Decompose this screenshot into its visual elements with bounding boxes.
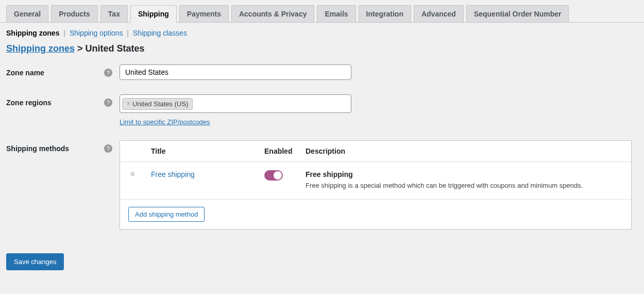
header-enabled: Enabled [264,147,306,155]
shipping-subnav: Shipping zones | Shipping options | Ship… [0,23,644,43]
breadcrumb-separator: > [77,43,83,54]
breadcrumb-current: United States [86,43,145,54]
tab-tax[interactable]: Tax [100,5,128,22]
shipping-methods-table: Title Enabled Description ≡ Free shippin… [120,140,632,230]
subnav-zones[interactable]: Shipping zones [6,29,59,37]
subnav-options[interactable]: Shipping options [70,29,123,37]
tab-advanced[interactable]: Advanced [414,5,464,22]
zone-name-input[interactable] [120,64,351,80]
close-icon[interactable]: × [127,100,130,107]
header-description: Description [306,147,621,155]
tab-payments[interactable]: Payments [179,5,229,22]
tab-integration[interactable]: Integration [359,5,411,22]
separator: | [63,29,67,37]
region-tag-label: United States (US) [132,100,188,108]
table-header: Title Enabled Description [120,141,631,162]
help-icon[interactable]: ? [104,99,112,107]
add-shipping-method-button[interactable]: Add shipping method [128,207,205,222]
zone-regions-label: Zone regions [6,99,52,107]
breadcrumb-parent-link[interactable]: Shipping zones [6,43,75,54]
zip-postcode-link[interactable]: Limit to specific ZIP/postcodes [120,118,210,126]
tab-emails[interactable]: Emails [317,5,355,22]
separator: | [127,29,131,37]
tab-shipping[interactable]: Shipping [130,5,177,23]
table-row: ≡ Free shipping Free shipping Free shipp… [120,162,631,200]
zone-name-label: Zone name [6,69,44,77]
breadcrumb: Shipping zones > United States [0,43,644,64]
method-desc-title: Free shipping [306,170,621,178]
header-title: Title [151,147,264,155]
tab-accounts-privacy[interactable]: Accounts & Privacy [231,5,315,22]
drag-handle-icon[interactable]: ≡ [130,170,134,178]
settings-tabs: GeneralProductsTaxShippingPaymentsAccoun… [0,0,644,23]
zone-regions-input[interactable]: × United States (US) [120,94,351,113]
help-icon[interactable]: ? [104,144,112,153]
table-footer: Add shipping method [120,200,631,229]
shipping-methods-label: Shipping methods [6,144,69,153]
method-desc-text: Free shipping is a special method which … [306,181,621,191]
tab-sequential-order-number[interactable]: Sequential Order Number [466,5,569,22]
tab-general[interactable]: General [6,5,48,22]
method-title-link[interactable]: Free shipping [151,170,195,178]
save-changes-button[interactable]: Save changes [6,253,64,270]
tab-products[interactable]: Products [51,5,98,22]
region-tag: × United States (US) [122,98,193,110]
enabled-toggle[interactable] [264,170,283,181]
help-icon[interactable]: ? [104,69,112,77]
subnav-classes[interactable]: Shipping classes [133,29,187,37]
